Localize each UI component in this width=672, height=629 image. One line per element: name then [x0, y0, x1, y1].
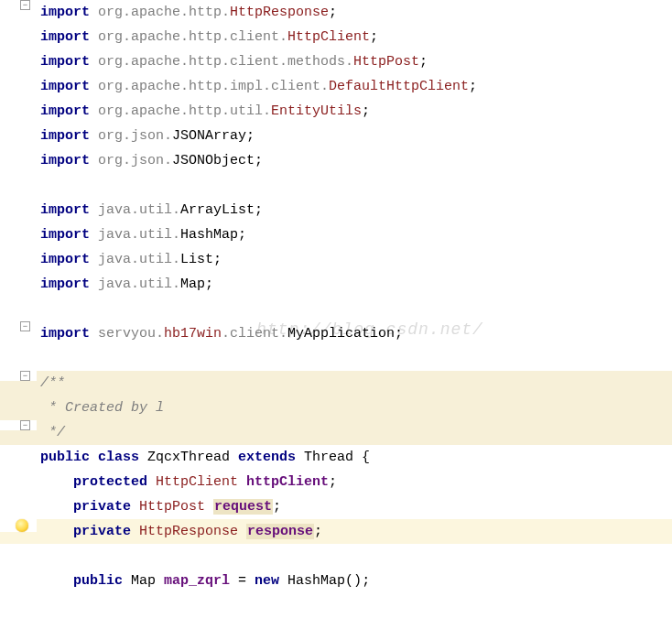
code-line[interactable]: import org.apache.http.impl.client.Defau…	[0, 74, 672, 99]
code-text: import org.json.JSONArray;	[37, 124, 672, 148]
code-text: import org.apache.http.client.methods.Ht…	[37, 49, 672, 74]
code-line[interactable]: import org.json.JSONArray;	[0, 124, 672, 148]
blank-line[interactable]	[0, 544, 672, 569]
code-text: public class ZqcxThread extends Thread {	[37, 445, 672, 470]
gutter[interactable]: −	[0, 321, 37, 331]
code-text: protected HttpClient httpClient;	[37, 470, 672, 494]
code-text: import org.json.JSONObject;	[37, 148, 672, 173]
code-line[interactable]: import org.json.JSONObject;	[0, 148, 672, 173]
fold-toggle-icon[interactable]: −	[20, 420, 30, 430]
comment-line[interactable]: − */	[0, 420, 672, 445]
code-text: /**	[37, 371, 672, 396]
code-line[interactable]: import java.util.ArrayList;	[0, 198, 672, 222]
code-text: public Map map_zqrl = new HashMap();	[37, 569, 672, 593]
field-declaration-highlighted[interactable]: private HttpResponse response;	[0, 519, 672, 544]
code-line[interactable]: import java.util.Map;	[0, 272, 672, 297]
gutter[interactable]: −	[0, 371, 37, 381]
field-declaration[interactable]: private HttpPost request;	[0, 494, 672, 519]
code-text: import org.apache.http.util.EntityUtils;	[37, 99, 672, 124]
fold-toggle-icon[interactable]: −	[20, 371, 30, 381]
gutter[interactable]	[0, 519, 37, 532]
highlighted-identifier: response	[246, 524, 314, 539]
gutter[interactable]: −	[0, 0, 37, 10]
blank-line[interactable]	[0, 346, 672, 371]
code-text: import org.apache.http.client.HttpClient…	[37, 25, 672, 49]
code-line[interactable]: import java.util.List;	[0, 247, 672, 272]
blank-line[interactable]	[0, 173, 672, 198]
fold-toggle-icon[interactable]: −	[20, 321, 30, 331]
code-line[interactable]: import java.util.HashMap;	[0, 222, 672, 247]
comment-line[interactable]: − /**	[0, 371, 672, 396]
code-editor[interactable]: − import org.apache.http.HttpResponse; i…	[0, 0, 672, 593]
lightbulb-icon[interactable]	[16, 519, 28, 532]
class-declaration[interactable]: public class ZqcxThread extends Thread {	[0, 445, 672, 470]
field-declaration[interactable]: protected HttpClient httpClient;	[0, 470, 672, 494]
code-line[interactable]: import org.apache.http.client.HttpClient…	[0, 25, 672, 49]
gutter[interactable]: −	[0, 420, 37, 430]
code-text: import org.apache.http.impl.client.Defau…	[37, 74, 672, 99]
code-text: import java.util.List;	[37, 247, 672, 272]
code-text: import org.apache.http.HttpResponse;	[37, 0, 672, 25]
highlighted-identifier: request	[213, 499, 273, 515]
code-text: private HttpPost request;	[37, 494, 672, 519]
comment-line[interactable]: * Created by l	[0, 396, 672, 420]
code-line[interactable]: import org.apache.http.util.EntityUtils;	[0, 99, 672, 124]
fold-toggle-icon[interactable]: −	[20, 0, 30, 10]
field-declaration[interactable]: public Map map_zqrl = new HashMap();	[0, 569, 672, 593]
redacted-mask	[164, 399, 320, 416]
code-line[interactable]: − import servyou.hb17win.client.MyApplic…	[0, 321, 672, 346]
code-text: import java.util.ArrayList;	[37, 198, 672, 222]
code-text: * Created by l	[37, 396, 672, 420]
code-line[interactable]: import org.apache.http.client.methods.Ht…	[0, 49, 672, 74]
code-text: private HttpResponse response;	[37, 519, 672, 544]
code-text: import java.util.Map;	[37, 272, 672, 297]
code-text: */	[37, 420, 672, 445]
code-text: import servyou.hb17win.client.MyApplicat…	[37, 321, 672, 346]
blank-line[interactable]	[0, 297, 672, 321]
code-text: import java.util.HashMap;	[37, 222, 672, 247]
code-line[interactable]: − import org.apache.http.HttpResponse;	[0, 0, 672, 25]
